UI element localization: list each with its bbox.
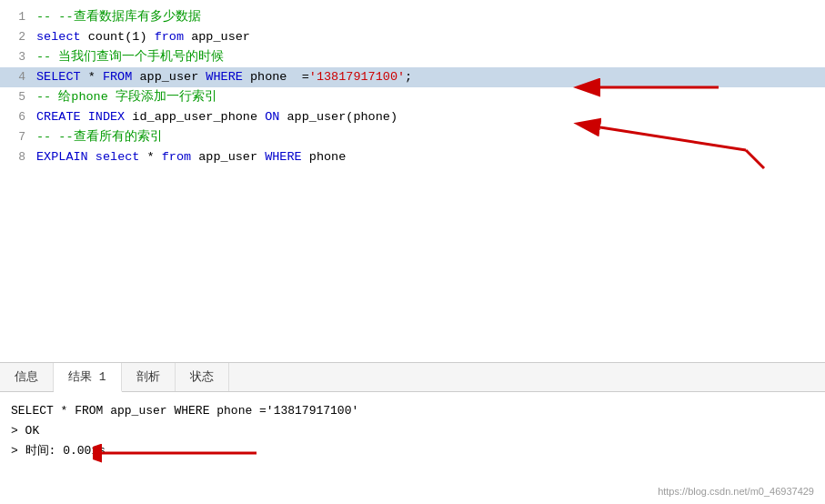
watermark: https://blog.csdn.net/m0_46937429 (658, 486, 814, 497)
tab-analyze[interactable]: 剖析 (122, 363, 176, 391)
result-time-line: > 时间: 0.001s (11, 441, 106, 461)
tab-status[interactable]: 状态 (176, 363, 229, 391)
result-time-text: > 时间: 0.001s (11, 444, 106, 458)
line-content-4: SELECT * FROM app_user WHERE phone ='138… (36, 67, 825, 87)
code-line-6: 6 CREATE INDEX id_app_user_phone ON app_… (0, 107, 825, 127)
line-number-2: 2 (0, 27, 36, 47)
line-number-7: 7 (0, 127, 36, 147)
code-line-4: 4 SELECT * FROM app_user WHERE phone ='1… (0, 67, 825, 87)
line-number-6: 6 (0, 107, 36, 127)
line-content-3: -- 当我们查询一个手机号的时候 (36, 47, 825, 67)
result-query-line: SELECT * FROM app_user WHERE phone ='138… (11, 401, 814, 421)
line-content-1: -- --查看数据库有多少数据 (36, 7, 825, 27)
code-lines: 1 -- --查看数据库有多少数据 2 select count(1) from… (0, 0, 825, 175)
code-line-1: 1 -- --查看数据库有多少数据 (0, 7, 825, 27)
bottom-panel: 信息 结果 1 剖析 状态 SELECT * FROM app_user WHE… (0, 363, 825, 504)
tabs-bar: 信息 结果 1 剖析 状态 (0, 363, 825, 392)
result-ok-line: > OK (11, 421, 814, 441)
result-content: SELECT * FROM app_user WHERE phone ='138… (0, 392, 825, 504)
code-line-2: 2 select count(1) from app_user (0, 27, 825, 47)
line-number-5: 5 (0, 87, 36, 107)
line-number-8: 8 (0, 147, 36, 167)
code-line-3: 3 -- 当我们查询一个手机号的时候 (0, 47, 825, 67)
line-number-4: 4 (0, 67, 36, 87)
time-arrow (93, 439, 275, 467)
code-line-5: 5 -- 给phone 字段添加一行索引 (0, 87, 825, 107)
code-editor[interactable]: 1 -- --查看数据库有多少数据 2 select count(1) from… (0, 0, 825, 363)
line-content-2: select count(1) from app_user (36, 27, 825, 47)
line-number-1: 1 (0, 7, 36, 27)
line-content-8: EXPLAIN select * from app_user WHERE pho… (36, 147, 825, 167)
line-content-7: -- --查看所有的索引 (36, 127, 825, 147)
line-content-6: CREATE INDEX id_app_user_phone ON app_us… (36, 107, 825, 127)
code-line-8: 8 EXPLAIN select * from app_user WHERE p… (0, 147, 825, 167)
tab-results[interactable]: 结果 1 (54, 363, 122, 392)
line-content-5: -- 给phone 字段添加一行索引 (36, 87, 825, 107)
tab-info[interactable]: 信息 (0, 363, 54, 391)
line-number-3: 3 (0, 47, 36, 67)
code-line-7: 7 -- --查看所有的索引 (0, 127, 825, 147)
